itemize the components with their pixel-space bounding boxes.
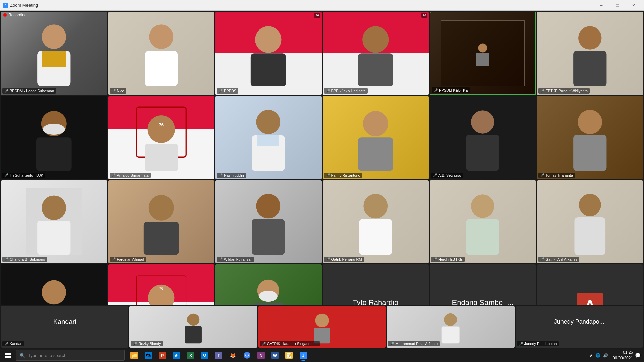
video-tile-3[interactable]: 76 🎤 BPEDS: [215, 12, 322, 95]
powerpoint-icon: P: [159, 352, 166, 359]
video-bg-5: [430, 12, 535, 94]
svg-point-39: [363, 194, 388, 219]
video-grid: 🎤 BPSDM - Laode Sulaeman 🎤 Nico 76 🎤 BP: [0, 11, 644, 349]
video-tile-12[interactable]: 🎤 Tomas Triananta: [537, 96, 643, 179]
video-tile-7[interactable]: 🎤 Tri Suhartanto - DJK: [1, 96, 107, 179]
video-tile-18[interactable]: 🎤 Gatrik_Arif Arkarnis: [537, 180, 643, 263]
close-button[interactable]: ✕: [626, 0, 641, 11]
svg-point-0: [42, 24, 66, 49]
video-tile-8[interactable]: 76 🎤 Arnaldo Simarmata: [108, 96, 215, 179]
video-tile-16[interactable]: 🎤 Gatrik-Penang RM: [323, 180, 429, 263]
svg-rect-55: [185, 326, 202, 343]
svg-rect-2: [42, 51, 66, 67]
svg-rect-40: [359, 219, 392, 255]
taskbar-app-firefox[interactable]: 🦊: [226, 349, 239, 362]
taskbar-app-outlook[interactable]: O: [198, 349, 211, 362]
video-tile-14[interactable]: 🎤 Fardinan Ahmad: [108, 180, 215, 263]
svg-rect-34: [38, 221, 71, 255]
taskbar-app-chrome[interactable]: [240, 349, 254, 362]
video-content-17: [430, 180, 536, 263]
taskbar-app-excel[interactable]: X: [184, 349, 197, 362]
video-tile-10[interactable]: 🎤 Fanny Ristantono: [323, 96, 429, 179]
svg-point-59: [444, 313, 457, 326]
svg-rect-21: [145, 144, 178, 171]
name-label-5: 🎤 PPSDM KEBTKE: [432, 87, 470, 93]
taskbar-app-file-explorer[interactable]: 📁: [127, 349, 141, 362]
start-button[interactable]: [0, 349, 16, 362]
minimize-button[interactable]: –: [594, 0, 609, 11]
video-content-13: [1, 180, 107, 263]
mic-icon-29: 🎤: [519, 342, 523, 346]
video-tile-26[interactable]: 🎤 Rezky Blondy: [129, 306, 257, 348]
name-label-10: 🎤 Fanny Ristantono: [324, 173, 362, 178]
name-label-25: 🎤 Kandari: [2, 341, 24, 346]
video-content-18: [537, 180, 643, 263]
video-content-16: [323, 180, 429, 263]
time-date[interactable]: 01:26 06/09/2021: [613, 350, 633, 361]
firefox-icon: 🦊: [229, 352, 236, 359]
svg-point-65: [246, 354, 248, 357]
name-label-7: 🎤 Tri Suhartanto - DJK: [2, 173, 45, 178]
mic-icon-11: 🎤: [433, 173, 437, 177]
tray-up-arrow[interactable]: ∧: [590, 353, 593, 358]
mic-icon-12: 🎤: [540, 173, 544, 177]
zoom-taskbar-icon: Z: [300, 352, 307, 359]
recording-dot: [3, 13, 7, 17]
video-content-11: [430, 96, 536, 179]
notification-button[interactable]: 💬: [635, 353, 641, 358]
taskbar-apps: 📁 🛍 P e X O T 🦊: [127, 349, 310, 362]
taskbar-app-word[interactable]: W: [268, 349, 282, 362]
video-content-8: 76: [108, 96, 215, 179]
svg-rect-38: [252, 219, 285, 255]
taskbar-app-powerpoint[interactable]: P: [156, 349, 169, 362]
taskbar-app-notes[interactable]: 📝: [282, 349, 296, 362]
taskbar-app-zoom[interactable]: Z: [297, 349, 310, 362]
search-bar[interactable]: 🔍 Type here to search: [16, 350, 125, 361]
video-tile-9[interactable]: 🎤 Nashiruddin: [215, 96, 322, 179]
svg-rect-17: [36, 137, 72, 171]
taskbar-app-onenote[interactable]: N: [254, 349, 268, 362]
mic-icon-8: 🎤: [112, 173, 116, 177]
video-tile-4[interactable]: 76 🎤 BPE - Jaka Hadinata: [323, 12, 429, 95]
video-tile-13[interactable]: 🎤 Chandra B. Sukmono: [1, 180, 107, 263]
name-label-26: 🎤 Rezky Blondy: [131, 341, 163, 346]
mic-icon-6: 🎤: [540, 89, 544, 93]
mic-icon-2: 🎤: [112, 89, 116, 93]
mic-icon-16: 🎤: [326, 257, 330, 261]
video-tile-15[interactable]: 🎤 Wildan Fujiansah: [215, 180, 322, 263]
name-label-17: 🎤 Herdhi EBTKE: [431, 257, 465, 262]
time-display: 01:26: [623, 350, 633, 355]
mic-icon-18: 🎤: [540, 257, 544, 261]
name-label-2: 🎤 Nico: [110, 88, 126, 94]
name-label-29: 🎤 Junedy Pandapotan: [517, 341, 559, 346]
taskbar-app-store[interactable]: 🛍: [142, 349, 155, 362]
svg-rect-60: [442, 327, 460, 344]
mic-icon-28: 🎤: [390, 342, 394, 346]
video-tile-5[interactable]: 🎤 PPSDM KEBTKE: [430, 12, 536, 95]
mic-icon-25: 🎤: [4, 342, 8, 346]
video-tile-25[interactable]: Kandari 🎤 Kandari: [1, 306, 128, 348]
mic-muted-icon-1: 🎤: [4, 89, 8, 93]
video-tile-2[interactable]: 🎤 Nico: [108, 12, 215, 95]
video-tile-1[interactable]: 🎤 BPSDM - Laode Sulaeman: [1, 12, 107, 95]
video-tile-11[interactable]: 🎤 A.B. Setyarso: [430, 96, 536, 179]
video-content-10: [323, 96, 429, 179]
name-label-3: 🎤 BPEDS: [217, 88, 238, 94]
mic-icon-26: 🎤: [133, 342, 137, 346]
video-tile-28[interactable]: 🎤 Muhammad Rizal Arfianto: [387, 306, 514, 348]
taskbar-app-edge[interactable]: e: [170, 349, 183, 362]
video-tile-29[interactable]: Junedy Pandapo... 🎤 Junedy Pandapotan: [516, 306, 643, 348]
teams-icon: T: [215, 352, 222, 359]
taskbar-app-teams[interactable]: T: [212, 349, 225, 362]
recording-label: Recording: [8, 13, 27, 17]
svg-rect-4: [145, 51, 178, 87]
video-tile-27[interactable]: 🎤 GATRIK-Harapan Singarimbun: [258, 306, 386, 348]
video-tile-6[interactable]: 🎤 EBTKE Pungut Widiyanto: [537, 12, 643, 95]
mic-icon-5: 🎤: [434, 88, 438, 92]
flag-label-3: 76: [314, 13, 320, 18]
video-tile-17[interactable]: 🎤 Herdhi EBTKE: [430, 180, 536, 263]
volume-icon[interactable]: 🔊: [603, 353, 608, 358]
name-label-6: 🎤 EBTKE Pungut Widiyanto: [538, 88, 590, 94]
maximize-button[interactable]: □: [610, 0, 625, 11]
svg-point-20: [147, 115, 175, 143]
